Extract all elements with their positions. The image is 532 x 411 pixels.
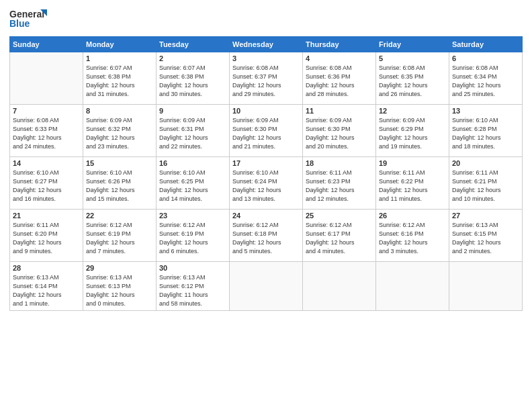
calendar-cell: 2Sunrise: 6:07 AM Sunset: 6:38 PM Daylig… [157,52,230,105]
day-info: Sunrise: 6:13 AM Sunset: 6:13 PM Dayligh… [86,273,153,308]
day-info: Sunrise: 6:10 AM Sunset: 6:24 PM Dayligh… [232,169,300,203]
day-info: Sunrise: 6:08 AM Sunset: 6:33 PM Dayligh… [13,116,80,151]
calendar-cell: 12Sunrise: 6:09 AM Sunset: 6:29 PM Dayli… [376,105,449,157]
day-number: 8 [86,107,153,115]
day-info: Sunrise: 6:12 AM Sunset: 6:19 PM Dayligh… [159,221,226,256]
day-number: 4 [306,54,373,62]
day-info: Sunrise: 6:08 AM Sunset: 6:37 PM Dayligh… [232,64,300,99]
weekday-header: Thursday [303,37,376,52]
day-number: 30 [159,264,226,272]
logo-svg: GeneralBlue [9,7,50,31]
day-info: Sunrise: 6:09 AM Sunset: 6:32 PM Dayligh… [86,116,153,151]
calendar-cell [376,262,449,311]
day-info: Sunrise: 6:11 AM Sunset: 6:21 PM Dayligh… [452,169,519,203]
calendar-cell: 28Sunrise: 6:13 AM Sunset: 6:14 PM Dayli… [10,262,83,311]
calendar-week-row: 21Sunrise: 6:11 AM Sunset: 6:20 PM Dayli… [10,210,523,262]
calendar-cell: 10Sunrise: 6:09 AM Sunset: 6:30 PM Dayli… [230,105,303,157]
calendar-cell: 8Sunrise: 6:09 AM Sunset: 6:32 PM Daylig… [83,105,157,157]
day-info: Sunrise: 6:13 AM Sunset: 6:15 PM Dayligh… [452,221,519,256]
calendar-cell [303,262,376,311]
day-number: 17 [232,159,300,167]
day-number: 7 [13,107,80,115]
day-number: 22 [86,212,153,220]
calendar-cell: 21Sunrise: 6:11 AM Sunset: 6:20 PM Dayli… [10,210,83,262]
day-info: Sunrise: 6:11 AM Sunset: 6:22 PM Dayligh… [379,169,446,203]
calendar-cell: 19Sunrise: 6:11 AM Sunset: 6:22 PM Dayli… [376,157,449,210]
day-number: 20 [452,159,519,167]
calendar-cell: 20Sunrise: 6:11 AM Sunset: 6:21 PM Dayli… [449,157,523,210]
calendar-cell: 15Sunrise: 6:10 AM Sunset: 6:26 PM Dayli… [83,157,157,210]
day-number: 2 [159,54,226,62]
calendar-cell: 25Sunrise: 6:12 AM Sunset: 6:17 PM Dayli… [303,210,376,262]
day-info: Sunrise: 6:07 AM Sunset: 6:38 PM Dayligh… [159,64,226,99]
weekday-header: Friday [376,37,449,52]
day-number: 25 [306,212,373,220]
calendar-cell: 7Sunrise: 6:08 AM Sunset: 6:33 PM Daylig… [10,105,83,157]
calendar-cell [449,262,523,311]
day-info: Sunrise: 6:09 AM Sunset: 6:30 PM Dayligh… [232,116,300,151]
day-info: Sunrise: 6:09 AM Sunset: 6:29 PM Dayligh… [379,116,446,151]
calendar-cell: 4Sunrise: 6:08 AM Sunset: 6:36 PM Daylig… [303,52,376,105]
calendar-cell: 14Sunrise: 6:10 AM Sunset: 6:27 PM Dayli… [10,157,83,210]
day-info: Sunrise: 6:08 AM Sunset: 6:34 PM Dayligh… [452,64,519,99]
calendar-cell: 16Sunrise: 6:10 AM Sunset: 6:25 PM Dayli… [157,157,230,210]
day-number: 6 [452,54,519,62]
calendar-cell: 5Sunrise: 6:08 AM Sunset: 6:35 PM Daylig… [376,52,449,105]
day-info: Sunrise: 6:11 AM Sunset: 6:23 PM Dayligh… [306,169,373,203]
day-info: Sunrise: 6:08 AM Sunset: 6:36 PM Dayligh… [306,64,373,99]
day-number: 10 [232,107,300,115]
day-number: 5 [379,54,446,62]
day-info: Sunrise: 6:13 AM Sunset: 6:12 PM Dayligh… [159,273,226,308]
logo: GeneralBlue [9,7,50,31]
calendar-week-row: 14Sunrise: 6:10 AM Sunset: 6:27 PM Dayli… [10,157,523,210]
calendar-cell: 3Sunrise: 6:08 AM Sunset: 6:37 PM Daylig… [230,52,303,105]
calendar-cell: 27Sunrise: 6:13 AM Sunset: 6:15 PM Dayli… [449,210,523,262]
weekday-header: Saturday [449,37,523,52]
day-number: 27 [452,212,519,220]
day-number: 21 [13,212,80,220]
page-container: GeneralBlue SundayMondayTuesdayWednesday… [0,0,532,411]
day-number: 1 [86,54,153,62]
day-info: Sunrise: 6:12 AM Sunset: 6:18 PM Dayligh… [232,221,300,256]
calendar-week-row: 28Sunrise: 6:13 AM Sunset: 6:14 PM Dayli… [10,262,523,311]
day-number: 26 [379,212,446,220]
day-info: Sunrise: 6:12 AM Sunset: 6:17 PM Dayligh… [306,221,373,256]
calendar-cell: 11Sunrise: 6:09 AM Sunset: 6:30 PM Dayli… [303,105,376,157]
calendar-cell: 18Sunrise: 6:11 AM Sunset: 6:23 PM Dayli… [303,157,376,210]
day-number: 29 [86,264,153,272]
calendar-cell: 17Sunrise: 6:10 AM Sunset: 6:24 PM Dayli… [230,157,303,210]
day-info: Sunrise: 6:09 AM Sunset: 6:30 PM Dayligh… [306,116,373,151]
calendar-cell: 22Sunrise: 6:12 AM Sunset: 6:19 PM Dayli… [83,210,157,262]
calendar-cell: 30Sunrise: 6:13 AM Sunset: 6:12 PM Dayli… [157,262,230,311]
day-number: 13 [452,107,519,115]
day-number: 19 [379,159,446,167]
calendar-cell: 6Sunrise: 6:08 AM Sunset: 6:34 PM Daylig… [449,52,523,105]
day-number: 14 [13,159,80,167]
day-info: Sunrise: 6:07 AM Sunset: 6:38 PM Dayligh… [86,64,153,99]
day-number: 28 [13,264,80,272]
day-info: Sunrise: 6:10 AM Sunset: 6:27 PM Dayligh… [13,169,80,203]
page-header: GeneralBlue [9,7,523,31]
day-info: Sunrise: 6:10 AM Sunset: 6:25 PM Dayligh… [159,169,226,203]
day-info: Sunrise: 6:12 AM Sunset: 6:16 PM Dayligh… [379,221,446,256]
day-info: Sunrise: 6:09 AM Sunset: 6:31 PM Dayligh… [159,116,226,151]
weekday-header: Sunday [10,37,83,52]
day-number: 15 [86,159,153,167]
day-info: Sunrise: 6:12 AM Sunset: 6:19 PM Dayligh… [86,221,153,256]
day-number: 9 [159,107,226,115]
weekday-header: Tuesday [157,37,230,52]
calendar-week-row: 1Sunrise: 6:07 AM Sunset: 6:38 PM Daylig… [10,52,523,105]
calendar-cell: 9Sunrise: 6:09 AM Sunset: 6:31 PM Daylig… [157,105,230,157]
weekday-header: Wednesday [230,37,303,52]
weekday-header: Monday [83,37,157,52]
day-info: Sunrise: 6:13 AM Sunset: 6:14 PM Dayligh… [13,273,80,308]
svg-text:Blue: Blue [9,18,30,29]
day-number: 12 [379,107,446,115]
day-number: 24 [232,212,300,220]
calendar-cell: 23Sunrise: 6:12 AM Sunset: 6:19 PM Dayli… [157,210,230,262]
day-number: 23 [159,212,226,220]
calendar-cell: 29Sunrise: 6:13 AM Sunset: 6:13 PM Dayli… [83,262,157,311]
day-number: 16 [159,159,226,167]
day-info: Sunrise: 6:10 AM Sunset: 6:28 PM Dayligh… [452,116,519,151]
calendar-cell [230,262,303,311]
